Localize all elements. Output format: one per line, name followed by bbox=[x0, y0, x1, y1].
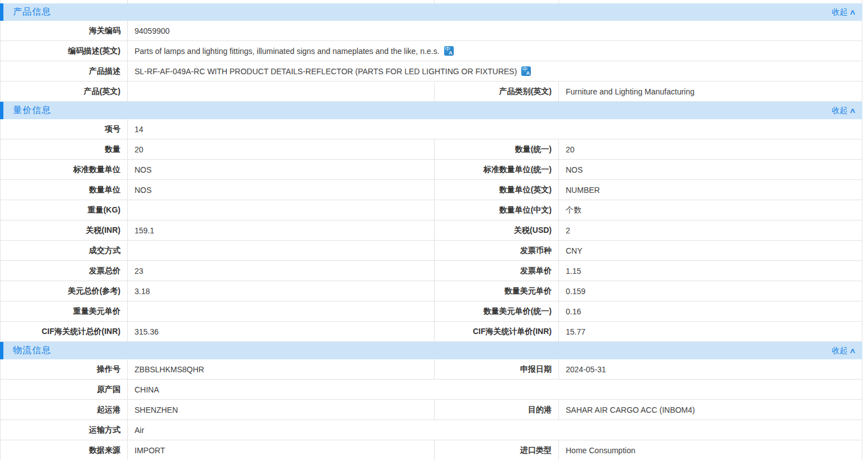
trade-record-detail-page: 产品信息 收起 ∧ 海关编码94059900编码描述(英文)Parts of l… bbox=[0, 0, 868, 460]
row-value: ZBBSLHKMS8QHR bbox=[128, 359, 435, 379]
row-label: 重量美元单价 bbox=[1, 301, 128, 321]
section-quantity-price-info: 量价信息 收起 ∧ 项号14数量20数量(统一)20标准数量单位NOS标准数量单… bbox=[0, 102, 868, 342]
row-value-text: NOS bbox=[566, 165, 583, 174]
row-value: 1.15 bbox=[559, 261, 862, 281]
row-label-text: 产品描述 bbox=[89, 66, 120, 76]
row-value: Home Consumption bbox=[559, 440, 862, 460]
row-value bbox=[128, 200, 435, 220]
row-label-text: 项号 bbox=[105, 124, 120, 134]
row-label: 数量美元单价 bbox=[435, 281, 559, 301]
collapse-button[interactable]: 收起 ∧ bbox=[831, 106, 856, 116]
row-value-text: NOS bbox=[135, 165, 151, 174]
section-logistics-info: 物流信息 收起 ∧ 操作号ZBBSLHKMS8QHR申报日期2024-05-31… bbox=[0, 342, 868, 460]
row-label-text: 操作号 bbox=[97, 364, 120, 375]
row-value: 23 bbox=[128, 261, 435, 281]
row-label-text: 数据来源 bbox=[89, 445, 120, 456]
row-value-text: SHENZHEN bbox=[135, 405, 178, 414]
row-label: 美元总价(参考) bbox=[1, 281, 128, 301]
row-label: 申报日期 bbox=[435, 359, 559, 379]
row-label: CIF海关统计单价(INR) bbox=[435, 322, 559, 341]
row-value-text: 94059900 bbox=[135, 26, 169, 35]
row-label-text: 成交方式 bbox=[89, 246, 120, 256]
row-label: 操作号 bbox=[1, 359, 128, 379]
table-row: 项号14 bbox=[0, 119, 862, 139]
chevron-up-icon: ∧ bbox=[849, 346, 857, 355]
collapse-button[interactable]: 收起 ∧ bbox=[831, 346, 856, 356]
row-label-text: 数量单位(中文) bbox=[499, 205, 552, 215]
row-label: 产品描述 bbox=[1, 61, 128, 81]
row-value-text: SAHAR AIR CARGO ACC (INBOM4) bbox=[566, 405, 695, 414]
row-value-text: Furniture and Lighting Manufacturing bbox=[566, 87, 695, 96]
row-label: 产品类别(英文) bbox=[435, 82, 559, 101]
row-value-text: 159.1 bbox=[135, 226, 154, 235]
row-value-text: NUMBER bbox=[566, 186, 600, 195]
row-label-text: CIF海关统计总价(INR) bbox=[42, 327, 120, 337]
partial-cell bbox=[128, 0, 435, 3]
row-label-text: 重量美元单价 bbox=[73, 306, 120, 317]
row-label: 数量美元单价(统一) bbox=[435, 301, 559, 321]
section-rows: 项号14数量20数量(统一)20标准数量单位NOS标准数量单位(统一)NOS数量… bbox=[0, 119, 862, 342]
row-value: 2 bbox=[559, 220, 862, 240]
row-value: NOS bbox=[128, 180, 435, 200]
section-header-quantity-price-info: 量价信息 收起 ∧ bbox=[0, 102, 862, 119]
chevron-up-icon: ∧ bbox=[849, 8, 857, 16]
section-title: 量价信息 bbox=[13, 105, 51, 116]
row-label: CIF海关统计总价(INR) bbox=[1, 322, 128, 341]
row-value: Air bbox=[128, 420, 862, 440]
collapse-label: 收起 bbox=[831, 7, 847, 17]
row-label: 进口类型 bbox=[435, 440, 559, 460]
row-value: 15.77 bbox=[559, 322, 862, 341]
row-value bbox=[128, 241, 435, 260]
row-label: 标准数量单位(统一) bbox=[435, 160, 559, 179]
row-value-text: 1.15 bbox=[566, 267, 581, 276]
section-header-product-info: 产品信息 收起 ∧ bbox=[0, 3, 862, 21]
row-label: 起运港 bbox=[1, 400, 128, 420]
collapse-label: 收起 bbox=[831, 106, 847, 116]
row-label-text: 关税(INR) bbox=[86, 226, 120, 236]
row-value-text: 315.36 bbox=[135, 327, 159, 336]
translate-icon[interactable]: 中A bbox=[444, 46, 454, 56]
row-value: Furniture and Lighting Manufacturing bbox=[559, 82, 862, 101]
row-label: 关税(USD) bbox=[435, 220, 559, 240]
translate-icon-en-glyph: A bbox=[449, 50, 453, 56]
row-label: 原产国 bbox=[1, 380, 128, 399]
row-label: 运输方式 bbox=[1, 420, 128, 440]
row-label: 数量单位(中文) bbox=[435, 200, 559, 220]
row-label-text: 数量单位(英文) bbox=[499, 185, 552, 195]
row-value: 14 bbox=[128, 119, 862, 139]
partial-cell bbox=[435, 0, 559, 3]
section-rows: 操作号ZBBSLHKMS8QHR申报日期2024-05-31原产国CHINA起运… bbox=[0, 359, 862, 460]
table-row: 原产国CHINA bbox=[0, 380, 862, 400]
row-value-text: 2 bbox=[566, 226, 570, 235]
row-label: 数量单位 bbox=[1, 180, 128, 200]
row-label: 数据来源 bbox=[1, 440, 128, 460]
section-product-info: 产品信息 收起 ∧ 海关编码94059900编码描述(英文)Parts of l… bbox=[0, 3, 868, 102]
row-label-text: 数量美元单价(统一) bbox=[484, 306, 552, 317]
row-value: CHINA bbox=[128, 380, 862, 399]
collapse-button[interactable]: 收起 ∧ bbox=[831, 7, 856, 17]
row-value-text: 个数 bbox=[566, 205, 581, 215]
table-row: 数据来源IMPORT进口类型Home Consumption bbox=[0, 440, 862, 460]
row-label-text: 发票币种 bbox=[520, 246, 552, 256]
row-value-text: 20 bbox=[566, 145, 575, 154]
table-row: 重量(KG)数量单位(中文)个数 bbox=[0, 200, 862, 220]
row-label-text: 运输方式 bbox=[89, 425, 120, 435]
partial-cell bbox=[559, 0, 862, 3]
partial-row-above bbox=[0, 0, 862, 3]
row-label: 关税(INR) bbox=[1, 220, 128, 240]
table-row: 重量美元单价数量美元单价(统一)0.16 bbox=[0, 301, 862, 322]
row-value-text: 3.18 bbox=[135, 287, 150, 296]
row-label: 数量(统一) bbox=[435, 139, 559, 159]
table-row: 起运港SHENZHEN目的港SAHAR AIR CARGO ACC (INBOM… bbox=[0, 400, 862, 420]
row-label: 项号 bbox=[1, 119, 128, 139]
section-title: 物流信息 bbox=[13, 345, 51, 357]
section-rows: 海关编码94059900编码描述(英文)Parts of lamps and l… bbox=[0, 21, 862, 102]
row-label-text: 数量(统一) bbox=[515, 145, 552, 155]
row-value: 159.1 bbox=[128, 220, 435, 240]
row-label: 产品(英文) bbox=[1, 82, 128, 101]
row-value-text: Home Consumption bbox=[566, 446, 636, 455]
table-row: 运输方式Air bbox=[0, 420, 862, 440]
translate-icon[interactable]: 中A bbox=[521, 66, 531, 76]
row-label-text: 关税(USD) bbox=[514, 226, 552, 236]
row-label-text: 美元总价(参考) bbox=[68, 286, 120, 296]
